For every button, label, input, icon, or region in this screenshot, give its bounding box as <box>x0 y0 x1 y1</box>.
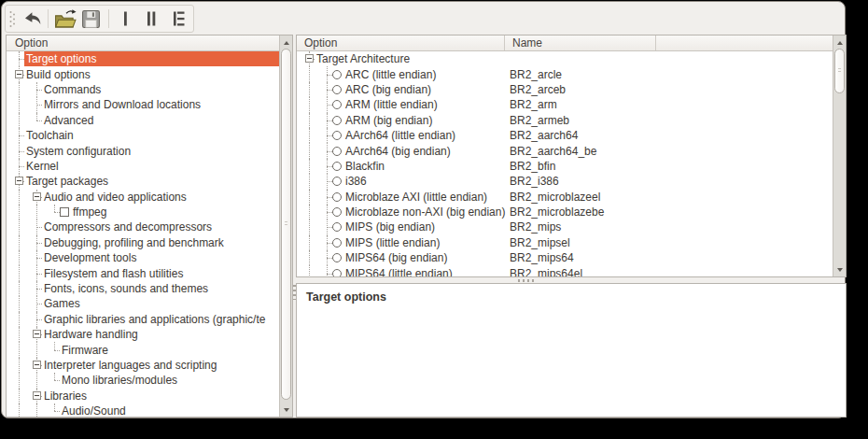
help-panel-title: Target options <box>306 290 836 304</box>
arch-row[interactable]: MIPS64 (little endian)BR2_mips64el <box>297 265 833 276</box>
arch-row[interactable]: ARC (big endian)BR2_arceb <box>297 82 833 97</box>
tree-row[interactable]: Advanced <box>7 113 279 128</box>
radio-icon[interactable] <box>332 162 342 171</box>
tree-row[interactable]: Audio/Sound <box>7 404 279 417</box>
radio-icon[interactable] <box>332 70 342 79</box>
tree-row[interactable]: Mono libraries/modules <box>7 373 279 388</box>
tree-item-label: Commands <box>42 82 279 97</box>
tree-row[interactable]: Interpreter languages and scripting <box>7 358 279 373</box>
scroll-up-icon[interactable] <box>280 36 292 49</box>
tree-guide <box>7 190 24 205</box>
tree-row[interactable]: Fonts, icons, sounds and themes <box>7 281 279 296</box>
tree-connector <box>24 113 42 128</box>
tree-guide <box>7 265 24 280</box>
toolbar-grip[interactable] <box>8 9 16 28</box>
radio-icon[interactable] <box>332 116 342 125</box>
tree-row[interactable]: Audio and video applications <box>7 190 279 205</box>
arch-row[interactable]: ARC (little endian)BR2_arcle <box>297 66 833 81</box>
config-window: Option Target optionsBuild optionsComman… <box>1 1 846 418</box>
tree-row[interactable]: ffmpeg <box>7 205 279 220</box>
tree-row[interactable]: Games <box>7 296 279 311</box>
arch-row[interactable]: Microblaze AXI (little endian)BR2_microb… <box>297 190 833 205</box>
tree-row[interactable]: Development tools <box>7 250 279 265</box>
tree-row[interactable]: Target options <box>7 51 279 66</box>
arch-row[interactable]: i386BR2_i386 <box>297 174 833 189</box>
collapse-icon[interactable] <box>33 361 41 369</box>
split-view-button[interactable] <box>139 7 164 31</box>
symbol-name: BR2_arceb <box>510 82 566 97</box>
symbol-name: BR2_arcle <box>510 66 562 81</box>
scroll-down-icon[interactable] <box>280 404 292 416</box>
scrollbar-thumb[interactable] <box>281 49 291 400</box>
symbol-name: BR2_arm <box>510 97 557 112</box>
collapse-icon[interactable] <box>15 177 23 185</box>
arch-row[interactable]: AArch64 (little endian)BR2_aarch64 <box>297 128 833 143</box>
tree-row[interactable]: Mirrors and Download locations <box>7 97 279 112</box>
scroll-down-icon[interactable] <box>833 263 846 276</box>
left-tree-rows: Target optionsBuild optionsCommandsMirro… <box>7 51 279 417</box>
radio-icon[interactable] <box>332 238 342 248</box>
radio-icon[interactable] <box>332 192 342 202</box>
tree-connector <box>24 190 42 205</box>
arch-row[interactable]: Target Architecture <box>297 51 833 66</box>
arch-row[interactable]: Microblaze non-AXI (big endian)BR2_micro… <box>297 205 833 220</box>
symbol-name: BR2_i386 <box>510 174 559 189</box>
tree-row[interactable]: Compressors and decompressors <box>7 220 279 234</box>
checkbox-icon[interactable] <box>60 207 69 217</box>
full-view-button[interactable] <box>165 7 190 31</box>
header-option[interactable]: Option <box>297 35 505 50</box>
arch-row[interactable]: ARM (big endian)BR2_armeb <box>297 113 833 128</box>
tree-guide <box>7 220 24 234</box>
save-button[interactable] <box>78 7 104 31</box>
left-vertical-scrollbar[interactable] <box>279 35 292 417</box>
tree-row[interactable]: Firmware <box>7 342 279 357</box>
radio-icon[interactable] <box>332 147 342 156</box>
tree-row[interactable]: Libraries <box>7 389 279 404</box>
radio-icon[interactable] <box>332 253 342 262</box>
right-vertical-scrollbar[interactable] <box>833 35 846 276</box>
scroll-up-icon[interactable] <box>833 36 846 49</box>
tree-connector <box>315 82 332 97</box>
header-name[interactable]: Name <box>505 35 656 50</box>
radio-icon[interactable] <box>332 100 342 109</box>
scrollbar-thumb[interactable] <box>834 49 845 93</box>
arch-row[interactable]: ARM (little endian)BR2_arm <box>297 97 833 112</box>
tree-row[interactable]: Filesystem and flash utilities <box>7 265 279 280</box>
open-button[interactable] <box>52 7 77 31</box>
symbol-name: BR2_bfin <box>510 159 555 174</box>
collapse-icon[interactable] <box>33 330 41 338</box>
tree-row[interactable]: Commands <box>7 82 279 97</box>
tree-row[interactable]: Kernel <box>7 159 279 174</box>
arch-row[interactable]: MIPS64 (big endian)BR2_mips64 <box>297 250 833 265</box>
arch-row[interactable]: MIPS (big endian)BR2_mips <box>297 220 833 234</box>
tree-item-label: Mirrors and Download locations <box>42 97 279 112</box>
tree-item-label: MIPS (big endian) <box>343 220 833 234</box>
tree-connector <box>42 373 60 388</box>
radio-icon[interactable] <box>332 207 342 217</box>
collapse-icon[interactable] <box>33 391 41 400</box>
radio-icon[interactable] <box>332 222 342 232</box>
arch-row[interactable]: BlackfinBR2_bfin <box>297 159 833 174</box>
tree-row[interactable]: Build options <box>7 66 279 81</box>
radio-icon[interactable] <box>332 85 342 94</box>
tree-row[interactable]: System configuration <box>7 143 279 158</box>
collapse-icon[interactable] <box>305 54 314 63</box>
tree-row[interactable]: Toolchain <box>7 128 279 143</box>
radio-icon[interactable] <box>332 131 342 140</box>
tree-row[interactable]: Debugging, profiling and benchmark <box>7 235 279 250</box>
tree-row[interactable]: Target packages <box>7 174 279 189</box>
tree-row[interactable]: Graphic libraries and applications (grap… <box>7 312 279 327</box>
tree-item-label: Games <box>42 296 279 311</box>
tree-item-label: Graphic libraries and applications (grap… <box>42 312 279 327</box>
tree-row[interactable]: Hardware handling <box>7 327 279 342</box>
collapse-icon[interactable] <box>15 70 23 78</box>
arch-row[interactable]: AArch64 (big endian)BR2_aarch64_be <box>297 143 833 158</box>
radio-icon[interactable] <box>332 269 342 276</box>
tree-connector <box>7 128 24 143</box>
arch-row[interactable]: MIPS (little endian)BR2_mipsel <box>297 235 833 250</box>
undo-button[interactable] <box>19 7 44 31</box>
radio-icon[interactable] <box>332 177 342 186</box>
collapse-icon[interactable] <box>33 192 41 201</box>
single-view-button[interactable] <box>113 7 138 31</box>
tree-item-label: Hardware handling <box>42 327 279 342</box>
